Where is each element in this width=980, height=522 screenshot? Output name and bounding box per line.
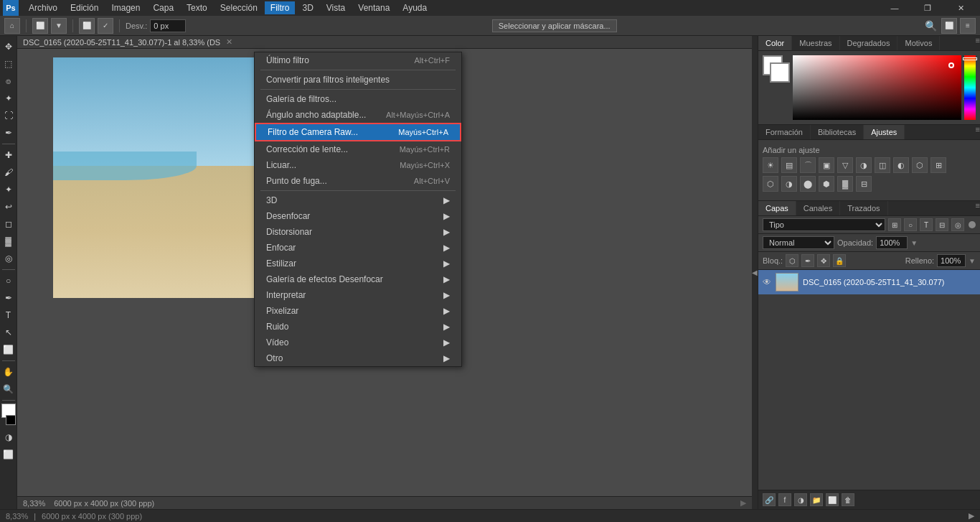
background-swatch[interactable] xyxy=(770,62,790,83)
marquee-tool-btn[interactable]: ⬜ xyxy=(32,18,48,34)
minimize-button[interactable]: — xyxy=(878,0,911,16)
vibrance-adjust-btn[interactable]: ▽ xyxy=(837,157,853,173)
close-tab-icon[interactable]: ✕ xyxy=(226,37,232,47)
brush-tool[interactable]: 🖌 xyxy=(1,164,17,180)
menu-edicion[interactable]: Edición xyxy=(65,1,104,14)
layer-icon-4[interactable]: ⊟ xyxy=(936,218,948,231)
gradient-tool[interactable]: ▓ xyxy=(1,233,17,249)
lock-all-btn[interactable]: 🔒 xyxy=(833,254,846,267)
menu-ultimo-filtro[interactable]: Último filtro Alt+Ctrl+F xyxy=(255,52,461,68)
menu-3d[interactable]: 3D ▶ xyxy=(255,192,461,208)
quick-mask-btn[interactable]: ◑ xyxy=(1,429,17,445)
menu-vista[interactable]: Vista xyxy=(321,1,351,14)
layer-visibility-eye[interactable]: 👁 xyxy=(763,277,771,287)
color-lookup-btn[interactable]: ⬡ xyxy=(763,176,778,192)
layer-icon-5[interactable]: ◎ xyxy=(951,218,964,231)
color-panel-options[interactable]: ≡ xyxy=(976,36,980,50)
menu-3d[interactable]: 3D xyxy=(296,1,319,14)
link-layers-btn[interactable]: 🔗 xyxy=(763,493,776,506)
opacity-arrow[interactable]: ▼ xyxy=(910,239,918,247)
select-mask-button[interactable]: Seleccionar y aplicar máscara... xyxy=(492,19,617,32)
menu-punto-fuga[interactable]: Punto de fuga... Alt+Ctrl+V xyxy=(255,173,461,189)
home-btn[interactable]: ⌂ xyxy=(4,18,20,34)
gradient-map-btn[interactable]: ▓ xyxy=(837,176,853,192)
blend-mode-select[interactable]: Normal xyxy=(763,236,834,249)
clone-tool[interactable]: ✦ xyxy=(1,182,17,197)
color-picker[interactable] xyxy=(793,55,961,120)
menu-galeria-efectos[interactable]: Galería de efectos Desenfocar ▶ xyxy=(255,271,461,287)
tab-canales[interactable]: Canales xyxy=(796,201,840,215)
desv-input[interactable] xyxy=(150,19,186,32)
menu-interpretar[interactable]: Interpretar ▶ xyxy=(255,287,461,303)
background-color-swatch[interactable] xyxy=(6,415,16,425)
adjustments-options[interactable]: ≡ xyxy=(976,125,980,139)
brightness-adjust-btn[interactable]: ☀ xyxy=(763,157,778,173)
layer-icon-2[interactable]: ○ xyxy=(904,218,917,231)
heal-tool[interactable]: ✚ xyxy=(1,147,17,163)
menu-convertir[interactable]: Convertir para filtros inteligentes xyxy=(255,72,461,88)
selective-color-btn[interactable]: ⊟ xyxy=(856,176,872,192)
add-style-btn[interactable]: f xyxy=(778,493,791,506)
path-select-tool[interactable]: ↖ xyxy=(1,325,17,340)
tab-color[interactable]: Color xyxy=(758,36,792,50)
style-btn[interactable]: ▼ xyxy=(51,18,67,34)
feather-btn[interactable]: ⬜ xyxy=(79,18,95,34)
lasso-tool[interactable]: ⌾ xyxy=(1,73,17,89)
menu-estilizar[interactable]: Estilizar ▶ xyxy=(255,256,461,271)
eraser-tool[interactable]: ◻ xyxy=(1,216,17,232)
quick-select-tool[interactable]: ✦ xyxy=(1,90,17,106)
new-layer-btn[interactable]: ⬜ xyxy=(826,493,839,506)
menu-ruido[interactable]: Ruido ▶ xyxy=(255,319,461,335)
tab-muestras[interactable]: Muestras xyxy=(792,36,839,50)
menu-ayuda[interactable]: Ayuda xyxy=(397,1,433,14)
search-icon[interactable]: 🔍 xyxy=(923,18,938,34)
menu-archivo[interactable]: Archivo xyxy=(23,1,63,14)
levels-adjust-btn[interactable]: ▤ xyxy=(781,157,797,173)
text-tool[interactable]: T xyxy=(1,307,17,323)
hue-slider[interactable] xyxy=(964,55,976,120)
hue-adjust-btn[interactable]: ◑ xyxy=(856,157,872,173)
menu-filtro[interactable]: Filtro xyxy=(265,1,296,14)
workspace-btn[interactable]: ⬜ xyxy=(941,18,957,34)
lock-position-btn[interactable]: ✥ xyxy=(817,254,830,267)
layers-options[interactable]: ≡ xyxy=(976,201,980,215)
menu-galeria[interactable]: Galería de filtros... xyxy=(255,91,461,107)
invert-btn[interactable]: ◑ xyxy=(781,176,797,192)
menu-ventana[interactable]: Ventana xyxy=(352,1,395,14)
delete-layer-btn[interactable]: 🗑 xyxy=(842,493,854,506)
menu-desenfocar[interactable]: Desenfocar ▶ xyxy=(255,208,461,224)
more-btn[interactable]: ≡ xyxy=(960,18,976,34)
menu-imagen[interactable]: Imagen xyxy=(105,1,146,14)
fill-input[interactable] xyxy=(937,254,966,267)
menu-video[interactable]: Vídeo ▶ xyxy=(255,335,461,350)
move-tool[interactable]: ✥ xyxy=(1,39,17,55)
tab-capas[interactable]: Capas xyxy=(758,201,796,215)
tab-formacion[interactable]: Formación xyxy=(758,125,811,139)
colorbalance-adjust-btn[interactable]: ◫ xyxy=(875,157,890,173)
posterize-btn[interactable]: ⬤ xyxy=(800,176,816,192)
eyedropper-tool[interactable]: ✒ xyxy=(1,125,17,141)
pen-tool[interactable]: ✒ xyxy=(1,290,17,306)
screen-mode-btn[interactable]: ⬜ xyxy=(1,447,17,462)
bw-adjust-btn[interactable]: ◐ xyxy=(893,157,909,173)
dodge-tool[interactable]: ○ xyxy=(1,273,17,289)
opacity-input[interactable] xyxy=(876,236,908,249)
panel-collapse-handle[interactable]: ◀ xyxy=(752,36,758,509)
layer-row[interactable]: 👁 DSC_0165 (2020-05-25T11_41_30.077) xyxy=(758,270,980,294)
shape-tool[interactable]: ⬜ xyxy=(1,342,17,358)
tab-motivos[interactable]: Motivos xyxy=(897,36,940,50)
lock-paint-btn[interactable]: ✒ xyxy=(801,254,814,267)
menu-distorsionar[interactable]: Distorsionar ▶ xyxy=(255,224,461,240)
antialiasing-btn[interactable]: ✓ xyxy=(98,18,113,34)
maximize-button[interactable]: ❐ xyxy=(911,0,944,16)
new-group-btn[interactable]: 📁 xyxy=(810,493,823,506)
menu-pixelizar[interactable]: Pixelizar ▶ xyxy=(255,303,461,319)
menu-seleccion[interactable]: Selección xyxy=(215,1,263,14)
canvas-tab[interactable]: DSC_0165 (2020-05-25T11_41_30.077)-1 al … xyxy=(17,36,752,49)
menu-correccion[interactable]: Corrección de lente... Mayús+Ctrl+R xyxy=(255,141,461,157)
exposure-adjust-btn[interactable]: ▣ xyxy=(819,157,834,173)
tab-trazados[interactable]: Trazados xyxy=(840,201,887,215)
menu-capa[interactable]: Capa xyxy=(147,1,179,14)
blur-tool[interactable]: ◎ xyxy=(1,251,17,266)
hand-tool[interactable]: ✋ xyxy=(1,364,17,380)
